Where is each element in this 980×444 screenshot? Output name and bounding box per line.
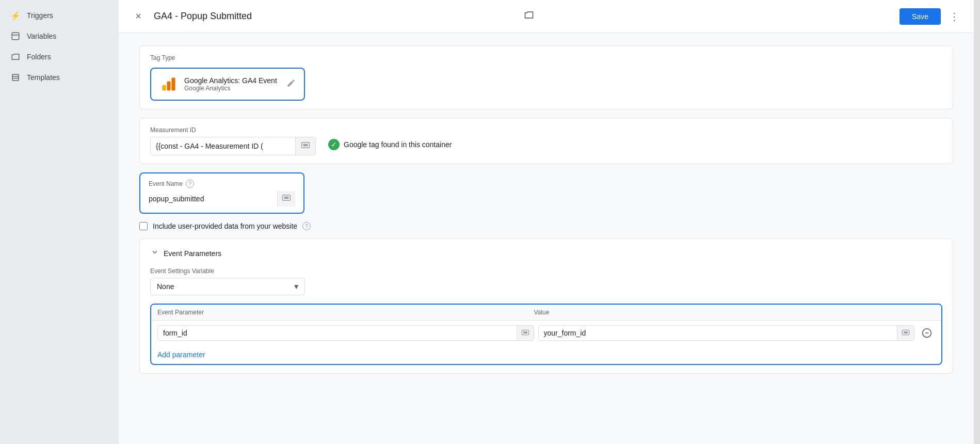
svg-rect-11 — [284, 197, 289, 199]
sidebar-item-folders[interactable]: Folders — [0, 46, 110, 67]
main-panel: × GA4 - Popup Submitted Save ⋮ Tag Type — [119, 0, 974, 444]
table-row — [151, 321, 941, 345]
page-title: GA4 - Popup Submitted — [154, 11, 519, 22]
sidebar-item-label: Folders — [27, 53, 51, 61]
include-user-data-checkbox[interactable] — [139, 222, 148, 230]
ga4-icon — [159, 75, 178, 93]
sidebar-item-templates[interactable]: Templates — [0, 67, 110, 88]
param-header-value: Value — [534, 309, 911, 316]
include-user-data-row: Include user-provided data from your web… — [139, 222, 953, 230]
svg-rect-7 — [171, 77, 175, 90]
measurement-id-var-button[interactable] — [295, 137, 315, 155]
param-remove-button[interactable] — [919, 325, 935, 341]
event-name-input[interactable] — [149, 195, 277, 203]
sidebar-item-label: Variables — [27, 32, 56, 40]
event-name-var-button[interactable] — [277, 191, 295, 207]
param-name-var-button[interactable] — [517, 326, 534, 340]
svg-rect-13 — [523, 331, 527, 334]
svg-rect-0 — [12, 33, 19, 40]
close-button[interactable]: × — [129, 7, 148, 26]
measurement-id-group: Measurement ID — [150, 126, 316, 155]
svg-rect-5 — [162, 85, 166, 91]
tag-sub: Google Analytics — [184, 85, 277, 92]
content-area: Tag Type Google Analytics: GA4 Event Goo… — [119, 33, 974, 444]
event-name-section: Event Name ? — [139, 172, 953, 214]
event-name-help-icon[interactable]: ? — [186, 180, 194, 188]
event-settings-select-wrap: None ▼ — [150, 278, 305, 295]
tag-type-info: Google Analytics: GA4 Event Google Analy… — [184, 76, 277, 92]
measurement-row: Measurement ID ✓ Google tag found in — [150, 126, 942, 155]
more-menu-button[interactable]: ⋮ — [945, 7, 963, 26]
more-icon: ⋮ — [949, 10, 959, 23]
include-user-data-label[interactable]: Include user-provided data from your web… — [153, 222, 297, 230]
google-tag-status: ✓ Google tag found in this container — [328, 126, 452, 150]
close-icon: × — [135, 10, 141, 22]
event-name-label-row: Event Name ? — [149, 180, 295, 188]
google-tag-status-text: Google tag found in this container — [344, 140, 452, 149]
tag-name: Google Analytics: GA4 Event — [184, 76, 277, 85]
event-name-input-row — [149, 191, 295, 207]
event-settings-select[interactable]: None — [150, 278, 305, 295]
sidebar-item-triggers[interactable]: ⚡ Triggers — [0, 5, 110, 26]
param-value-input-wrap — [538, 325, 915, 341]
add-param-button[interactable]: Add parameter — [151, 345, 212, 364]
sidebar-item-label: Templates — [27, 73, 60, 82]
param-table: Event Parameter Value — [150, 304, 942, 365]
svg-rect-9 — [303, 144, 308, 147]
measurement-id-input[interactable] — [151, 138, 295, 154]
include-user-data-help-icon[interactable]: ? — [302, 222, 311, 230]
param-value-var-button[interactable] — [897, 326, 914, 340]
param-table-header: Event Parameter Value — [151, 305, 941, 321]
event-params-header: Event Parameters — [150, 247, 942, 259]
collapse-icon[interactable] — [150, 247, 159, 259]
sidebar: ⚡ Triggers Variables Folders Templates — [0, 0, 119, 444]
event-params-title: Event Parameters — [164, 249, 221, 258]
param-value-input[interactable] — [539, 326, 897, 340]
save-button[interactable]: Save — [899, 8, 941, 25]
triggers-icon: ⚡ — [10, 10, 21, 21]
tag-type-selected[interactable]: Google Analytics: GA4 Event Google Analy… — [150, 68, 305, 101]
measurement-id-label: Measurement ID — [150, 126, 316, 134]
folder-icon[interactable] — [523, 10, 535, 23]
tag-type-card: Tag Type Google Analytics: GA4 Event Goo… — [139, 45, 953, 109]
folders-icon — [10, 52, 21, 62]
measurement-id-card: Measurement ID ✓ Google tag found in — [139, 118, 953, 164]
edit-tag-type-button[interactable] — [286, 78, 296, 90]
measurement-id-input-wrap — [150, 137, 316, 155]
event-name-label: Event Name — [149, 180, 183, 187]
sidebar-item-variables[interactable]: Variables — [0, 26, 110, 46]
event-name-card: Event Name ? — [139, 172, 304, 214]
param-name-input-wrap — [157, 325, 534, 341]
svg-rect-15 — [904, 331, 908, 334]
sidebar-item-label: Triggers — [27, 11, 53, 20]
event-settings-variable-label: Event Settings Variable — [150, 267, 942, 275]
right-scrollbar — [974, 0, 980, 444]
topbar: × GA4 - Popup Submitted Save ⋮ — [119, 0, 974, 33]
templates-icon — [10, 72, 21, 83]
svg-rect-6 — [167, 82, 170, 91]
tag-type-label: Tag Type — [150, 54, 942, 61]
event-settings-variable-group: Event Settings Variable None ▼ — [150, 267, 942, 295]
variables-icon — [10, 31, 21, 41]
param-header-action — [910, 309, 935, 316]
svg-rect-2 — [12, 74, 19, 81]
event-parameters-card: Event Parameters Event Settings Variable… — [139, 239, 953, 374]
param-name-input[interactable] — [158, 326, 517, 340]
check-circle-icon: ✓ — [328, 139, 340, 150]
topbar-actions: Save ⋮ — [899, 7, 963, 26]
param-header-param: Event Parameter — [157, 309, 534, 316]
